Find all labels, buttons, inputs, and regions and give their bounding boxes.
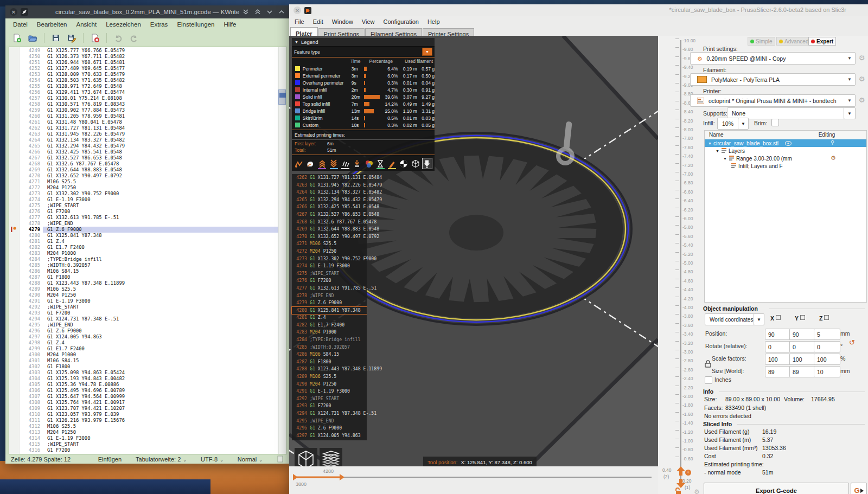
menu-bearbeiten[interactable]: Bearbeiten xyxy=(37,21,67,28)
manip-field[interactable]: 90 xyxy=(765,329,792,340)
minimize-icon[interactable] xyxy=(266,9,273,15)
code-line: 4278;WIPE_END xyxy=(9,221,286,227)
scale-lock-icon[interactable] xyxy=(705,360,711,368)
manip-field[interactable]: 0 xyxy=(789,341,816,352)
center-of-gravity-icon[interactable] xyxy=(399,158,409,169)
inches-checkbox[interactable] xyxy=(705,376,712,384)
gcode-overlay-line: 4266G1 X132.425 Y85.541 E.0548 xyxy=(292,203,367,211)
tab-width-selector[interactable]: Tabulatorweite: 2⌄ xyxy=(136,456,187,463)
open-document-icon[interactable] xyxy=(27,32,39,44)
close-icon[interactable]: ✕ xyxy=(293,7,301,14)
coordinates-combo[interactable]: World coordinates xyxy=(705,313,758,325)
manip-field[interactable]: 90 xyxy=(789,329,816,340)
seams-icon[interactable] xyxy=(341,158,350,169)
print-settings-gear-icon[interactable]: ⚙ xyxy=(858,54,866,62)
menu-ansicht[interactable]: Ansicht xyxy=(76,21,97,28)
menu-lesezeichen[interactable]: Lesezeichen xyxy=(106,21,141,28)
menu-extras[interactable]: Extras xyxy=(150,21,168,28)
gcode-move-slider[interactable] xyxy=(289,466,658,494)
highlight-mode-selector[interactable]: Normal⌄ xyxy=(238,456,263,463)
tree-row-range-3-00-20-00-mm[interactable]: ▼Range 3.00-20.00 (mm⚙ xyxy=(705,155,866,162)
tree-row-layers[interactable]: ▼Layers xyxy=(705,147,866,155)
shells-icon[interactable] xyxy=(411,158,420,169)
manip-field[interactable]: 100 xyxy=(765,354,792,365)
printer-gear-icon[interactable]: ⚙ xyxy=(858,96,866,104)
view-type-dropdown[interactable]: ▼ xyxy=(422,48,432,56)
send-gcode-button[interactable]: G xyxy=(851,483,867,494)
close-document-icon[interactable] xyxy=(89,32,101,44)
menu-window[interactable]: Window xyxy=(332,18,353,25)
slider-gear-icon[interactable]: ⚙ xyxy=(694,488,700,494)
tool-changes-icon[interactable] xyxy=(353,158,362,169)
infill-dropdown-icon[interactable]: ▼ xyxy=(738,118,749,130)
legend-row: Bridge infill13m25.0%1.10 m3.31 g xyxy=(292,107,435,114)
menu-edit[interactable]: Edit xyxy=(313,18,323,25)
range-settings-gear-icon[interactable]: ⚙ xyxy=(831,155,836,162)
bookmark-icon[interactable] xyxy=(11,227,17,232)
legend-header[interactable]: ▼Legend xyxy=(292,38,435,47)
supports-dropdown-icon[interactable]: ▼ xyxy=(844,107,856,119)
manip-field[interactable]: 5 xyxy=(814,329,840,340)
mode-simple[interactable]: Simple xyxy=(748,37,775,46)
3d-viewport[interactable]: ▼Legend Feature type ▼ Time Percentage U… xyxy=(289,36,658,473)
tool-marker-icon[interactable] xyxy=(423,158,432,169)
manip-field[interactable]: 89 xyxy=(789,366,816,377)
expand-arrow-icon[interactable]: ▼ xyxy=(723,157,727,161)
manip-field[interactable]: 10 xyxy=(814,366,840,377)
mode-expert[interactable]: Expert xyxy=(808,37,836,46)
lock-icon[interactable] xyxy=(675,487,682,494)
manip-field[interactable]: 0 xyxy=(765,341,792,352)
new-document-icon[interactable] xyxy=(11,32,23,44)
tree-row-circular-saw-blade-box-stl[interactable]: ▼circular_saw_blade_box.stl⚲ xyxy=(705,139,866,147)
expand-arrow-icon[interactable]: ▼ xyxy=(708,142,712,145)
rotate-reset-icon[interactable]: ↻ xyxy=(849,338,855,347)
code-line: 4308G1 X125.764 Y94.421 E.00917 xyxy=(9,400,286,406)
kwrite-editor[interactable]: 4249G1 X125.777 Y66.766 E.054794250G1 X1… xyxy=(9,47,287,454)
menu-hilfe[interactable]: Hilfe xyxy=(224,21,236,28)
kwrite-scrollbar[interactable] xyxy=(278,47,286,454)
encoding-selector[interactable]: UTF-8⌄ xyxy=(201,456,224,463)
kwrite-titlebar[interactable]: ✕ circular_saw_blade_box_0.2mm_PLA_MINI_… xyxy=(5,5,289,18)
save-icon[interactable] xyxy=(50,32,62,44)
window-controls[interactable] xyxy=(242,5,285,18)
wipe-icon[interactable] xyxy=(306,158,315,169)
manip-field[interactable]: 0 xyxy=(814,341,840,352)
maximize-icon[interactable] xyxy=(278,9,285,15)
manip-field[interactable]: 100 xyxy=(789,354,816,365)
custom-gcode-icon[interactable] xyxy=(387,158,397,169)
manip-field[interactable]: 100 xyxy=(814,354,840,365)
tree-row-infill-layers-and-f[interactable]: Infill; Layers and F xyxy=(705,162,866,170)
menu-einstellungen[interactable]: Einstellungen xyxy=(177,21,214,28)
menu-view[interactable]: View xyxy=(362,18,375,25)
undo-icon[interactable] xyxy=(112,32,124,44)
printer-combo[interactable]: octoprint * Original Prusa MINI & MINI+ … xyxy=(690,94,856,107)
print-settings-combo[interactable]: ⚙ 0.20mm SPEED @MINI - Copy▼ xyxy=(690,52,856,65)
object-tree[interactable]: Name Editing ▼circular_saw_blade_box.stl… xyxy=(704,130,867,303)
filament-combo[interactable]: PolyMaker - PolyTerra PLA▼ xyxy=(690,73,856,86)
travel-moves-icon[interactable] xyxy=(294,158,303,169)
unshade-icon[interactable] xyxy=(254,9,261,15)
layer-slider-track[interactable] xyxy=(680,40,681,486)
menu-file[interactable]: File xyxy=(295,18,304,25)
deretractions-icon[interactable] xyxy=(329,158,339,169)
shade-icon[interactable] xyxy=(242,9,249,15)
mode-advanced[interactable]: Advanced xyxy=(776,37,811,46)
retractions-icon[interactable] xyxy=(317,158,327,169)
coordinates-dropdown-icon[interactable]: ▼ xyxy=(754,313,764,325)
manip-field[interactable]: 89 xyxy=(765,366,792,377)
export-gcode-button[interactable]: Export G-code xyxy=(704,483,849,494)
menu-datei[interactable]: Datei xyxy=(13,21,28,28)
menu-help[interactable]: Help xyxy=(427,18,440,25)
filament-gear-icon[interactable]: ⚙ xyxy=(858,75,866,83)
editing-icon[interactable]: ⚲ xyxy=(831,139,834,145)
save-as-icon[interactable] xyxy=(66,32,78,44)
color-changes-icon[interactable] xyxy=(364,158,373,169)
prusaslicer-titlebar[interactable]: ✕ *circular_saw_blade_box - PrusaSlicer-… xyxy=(289,4,868,16)
brim-checkbox[interactable] xyxy=(771,119,779,126)
insert-mode-status[interactable]: Einfügen xyxy=(98,456,122,463)
pause-prints-icon[interactable] xyxy=(376,158,385,169)
expand-arrow-icon[interactable]: ▼ xyxy=(716,149,719,153)
menu-configuration[interactable]: Configuration xyxy=(383,18,418,25)
add-color-change-icon[interactable]: + xyxy=(685,470,691,476)
redo-icon[interactable] xyxy=(128,32,140,44)
